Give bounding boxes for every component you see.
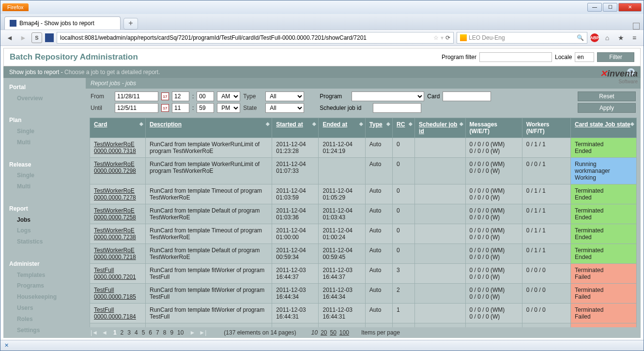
col-ended-at[interactable]: Ended at◆ <box>319 118 365 138</box>
sidebar-item-settings[interactable]: Settings <box>9 325 80 336</box>
browser-tab[interactable]: Bmap4j - Show jobs to report <box>4 16 121 30</box>
table-row[interactable]: TestFull0000.0000.7201RunCard from templ… <box>90 264 637 284</box>
pager-page[interactable]: 3 <box>127 329 131 336</box>
bookmark-star-icon[interactable]: ☆ <box>433 34 439 41</box>
card-link[interactable]: TestWorkerRoE <box>94 141 135 148</box>
per-page-option[interactable]: 10 <box>311 329 318 336</box>
menu-icon[interactable]: ≡ <box>629 32 640 43</box>
card-id-link[interactable]: 0000.0000.7278 <box>94 194 136 201</box>
per-page-option[interactable]: 100 <box>339 329 349 336</box>
maximize-button[interactable]: ☐ <box>603 3 617 12</box>
card-link[interactable]: TestWorkerRoE <box>94 247 135 254</box>
sidebar-item-roles[interactable]: Roles <box>9 314 80 325</box>
reload-icon[interactable]: ⟳ <box>445 34 450 41</box>
pager-last-icon[interactable]: ►| <box>199 329 206 336</box>
pager-page[interactable]: 6 <box>149 329 152 336</box>
sidebar-item-multi[interactable]: Multi <box>9 137 80 148</box>
sidebar-item-jobs[interactable]: Jobs <box>9 214 80 226</box>
until-hour-input[interactable] <box>172 103 189 113</box>
pager-page[interactable]: 7 <box>156 329 159 336</box>
per-page-option[interactable]: 20 <box>321 329 327 336</box>
card-link[interactable]: TestFull <box>94 306 114 313</box>
home-icon[interactable]: ⌂ <box>602 32 613 43</box>
pager-page[interactable]: 10 <box>177 329 184 336</box>
locale-input[interactable] <box>575 52 594 62</box>
from-minute-input[interactable] <box>197 92 214 101</box>
card-id-link[interactable]: 0000.0000.7298 <box>94 168 136 174</box>
calendar-icon[interactable]: 17 <box>161 104 169 112</box>
search-icon[interactable]: 🔍 <box>577 34 584 41</box>
pager-page[interactable]: 5 <box>142 329 145 336</box>
sidebar-item-templates[interactable]: Templates <box>9 270 80 281</box>
card-id-link[interactable]: 0000.0000.7185 <box>94 293 136 300</box>
search-bar[interactable]: LEO Deu-Eng 🔍 <box>457 32 587 44</box>
filter-button[interactable]: Filter <box>597 52 634 62</box>
pager-prev-icon[interactable]: ◄ <box>102 329 107 336</box>
table-row[interactable]: TestFull0000.0000.7183RunCard from templ… <box>90 323 637 328</box>
sidebar-item-programs[interactable]: Programs <box>9 280 80 291</box>
col-messages[interactable]: Messages (W/E/T) <box>465 118 522 138</box>
pager-next-icon[interactable]: ► <box>189 329 195 336</box>
from-ampm-select[interactable]: AM <box>217 92 240 101</box>
sidebar-item-logs[interactable]: Logs <box>9 225 80 236</box>
card-id-link[interactable]: 0000.0000.7318 <box>94 148 136 154</box>
col-description[interactable]: Description◆ <box>145 118 272 138</box>
sidebar-item-single[interactable]: Single <box>9 126 80 137</box>
col-card[interactable]: Card◆ <box>90 118 146 138</box>
pager-first-icon[interactable]: |◄ <box>91 329 98 336</box>
col-rc[interactable]: RC◆ <box>393 118 415 138</box>
pager-page[interactable]: 9 <box>170 329 173 336</box>
sidebar-item-statistics[interactable]: Statistics <box>9 236 80 247</box>
per-page-option[interactable]: 50 <box>330 329 336 336</box>
table-row[interactable]: TestWorkerRoE0000.0000.7238RunCard from … <box>90 224 637 244</box>
url-input[interactable] <box>60 34 433 41</box>
until-minute-input[interactable] <box>197 103 214 113</box>
card-id-link[interactable]: 0000.0000.7218 <box>94 254 136 260</box>
new-tab-button[interactable]: + <box>123 18 138 30</box>
col-type[interactable]: Type◆ <box>365 118 392 138</box>
state-select[interactable]: All <box>265 103 304 113</box>
close-button[interactable]: ✕ <box>618 3 642 12</box>
col-started-at[interactable]: Started at◆ <box>272 118 319 138</box>
card-link[interactable]: TestWorkerRoE <box>94 227 135 234</box>
pager-page[interactable]: 1 <box>113 329 117 336</box>
pager-page[interactable]: 2 <box>121 329 124 336</box>
table-row[interactable]: TestFull0000.0000.7184RunCard from templ… <box>90 304 637 323</box>
col-state[interactable]: Card state Job state◆ <box>571 118 637 138</box>
table-row[interactable]: TestFull0000.0000.7185RunCard from templ… <box>90 284 637 304</box>
until-date-input[interactable] <box>115 103 158 113</box>
bookmarks-icon[interactable]: ★ <box>615 32 626 43</box>
firefox-menu-button[interactable]: Firefox <box>2 3 29 11</box>
apply-button[interactable]: Apply <box>578 103 636 113</box>
card-id-link[interactable]: 0000.0000.7238 <box>94 234 136 241</box>
from-hour-input[interactable] <box>172 92 189 101</box>
program-filter-input[interactable] <box>479 52 552 62</box>
card-input[interactable] <box>443 92 491 101</box>
table-row[interactable]: TestWorkerRoE0000.0000.7318RunCard from … <box>90 138 637 158</box>
sidebar-item-users[interactable]: Users <box>9 303 80 314</box>
url-bar[interactable]: ☆ ▾ ⟳ <box>57 32 454 44</box>
reset-button[interactable]: Reset <box>578 92 636 101</box>
table-row[interactable]: TestWorkerRoE0000.0000.7278RunCard from … <box>90 184 637 204</box>
card-link[interactable]: TestFull <box>94 267 114 274</box>
pager-page[interactable]: 8 <box>163 329 167 336</box>
sync-icon[interactable]: S <box>31 32 42 43</box>
col-workers[interactable]: Workers (N/F/T) <box>522 118 570 138</box>
table-row[interactable]: TestWorkerRoE0000.0000.7298RunCard from … <box>90 158 637 184</box>
card-link[interactable]: TestWorkerRoE <box>94 187 135 194</box>
minimize-button[interactable]: — <box>587 3 602 12</box>
back-button[interactable]: ◄ <box>4 32 15 43</box>
tab-group-icon[interactable] <box>633 23 640 30</box>
sidebar-item-overview[interactable]: Overview <box>9 93 80 104</box>
card-id-link[interactable]: 0000.0000.7184 <box>94 313 136 320</box>
scheduler-input[interactable] <box>373 103 421 113</box>
from-date-input[interactable] <box>115 92 158 101</box>
forward-button[interactable]: ► <box>18 32 29 43</box>
sidebar-item-single[interactable]: Single <box>9 170 80 181</box>
table-row[interactable]: TestWorkerRoE0000.0000.7258RunCard from … <box>90 204 637 224</box>
sidebar-item-housekeeping[interactable]: Housekeeping <box>9 291 80 303</box>
type-select[interactable]: All <box>265 92 304 101</box>
table-row[interactable]: TestWorkerRoE0000.0000.7218RunCard from … <box>90 244 637 264</box>
card-link[interactable]: TestWorkerRoE <box>94 161 135 168</box>
sidebar-item-multi[interactable]: Multi <box>9 181 80 192</box>
